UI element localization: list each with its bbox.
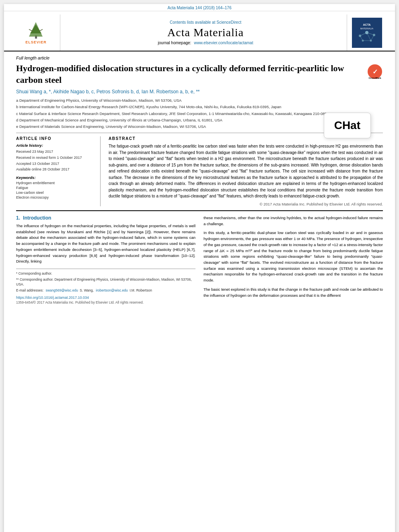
keyword-3: Low-carbon steel	[16, 191, 94, 195]
footnote-email: E-mail addresses: swang569@wisc.edu S. W…	[16, 288, 195, 293]
keyword-1: Hydrogen embrittlement	[16, 181, 94, 185]
chat-text: CHat	[334, 119, 360, 131]
doi-line[interactable]: https://doi.org/10.1016/j.actamat.2017.1…	[16, 296, 195, 300]
chat-overlay[interactable]: CHat	[324, 113, 371, 138]
journal-center-header: Contents lists available at ScienceDirec…	[64, 14, 347, 51]
intro-section-title: 1. Introduction	[16, 215, 195, 221]
email1[interactable]: swang569@wisc.edu	[45, 288, 78, 292]
footnotes: * Corresponding author. ** Corresponding…	[16, 269, 195, 293]
page: Acta Materialia 144 (2018) 164–176 ELSEV…	[4, 4, 395, 532]
science-direct-text: Contents lists available at ScienceDirec…	[170, 20, 241, 25]
available-date: Available online 28 October 2017	[16, 167, 94, 172]
affiliation-a: a Department of Engineering Physics, Uni…	[16, 98, 383, 103]
acta-logo-right: ACTA MATERIALIA	[347, 14, 383, 51]
email-label: E-mail addresses:	[16, 288, 43, 292]
acta-logo-box: ACTA MATERIALIA	[352, 18, 382, 48]
keyword-2: Fatigue	[16, 186, 94, 190]
accepted-date: Accepted 13 October 2017	[16, 161, 94, 166]
elsevier-logo: ELSEVIER	[16, 14, 60, 51]
sciencedirect-link[interactable]: Contents lists available at ScienceDirec…	[170, 20, 241, 25]
article-title-text: Hydrogen-modified dislocation structures…	[16, 63, 367, 86]
journal-volume-line: Acta Materialia 144 (2018) 164–176	[4, 4, 395, 11]
keywords-label: Keywords:	[16, 175, 94, 180]
affiliation-b: b International Institute for Carbon-Neu…	[16, 104, 383, 110]
elsevier-brand-text: ELSEVIER	[25, 40, 47, 44]
journal-header: ELSEVIER Contents lists available at Sci…	[4, 11, 395, 51]
info-abstract-section: Article Info Article history: Received 2…	[16, 136, 383, 206]
svg-marker-2	[30, 25, 41, 33]
volume-info: Acta Materialia 144 (2018) 164–176	[168, 6, 232, 10]
svg-text:ACTA: ACTA	[363, 23, 371, 26]
intro-paragraph-2: these mechanisms, other than the one inv…	[204, 215, 383, 227]
article-info-column: Article Info Article history: Received 2…	[16, 136, 101, 206]
elsevier-tree-icon	[25, 21, 47, 39]
email2[interactable]: irobertson@wisc.edu	[96, 288, 128, 292]
authors-text: Shuai Wang a, *, Akihide Nagao b, c, Pet…	[16, 89, 200, 94]
journal-homepage-line: journal homepage: www.elsevier.com/locat…	[158, 41, 253, 45]
main-col-left: 1. Introduction The influence of hydroge…	[16, 215, 195, 304]
authors-line: Shuai Wang a, *, Akihide Nagao b, c, Pet…	[16, 89, 383, 94]
footnote-star2: ** Corresponding author. Department of E…	[16, 277, 195, 287]
svg-text:CrossMark: CrossMark	[368, 77, 381, 79]
intro-paragraph-4: The basic tenet explored in this study i…	[204, 287, 383, 298]
email1-name: S. Wang	[80, 288, 93, 292]
copyright-line: © 2017 Acta Materialia Inc. Published by…	[109, 202, 383, 206]
journal-title: Acta Materialia	[167, 26, 244, 39]
revised-date: Received in revised form 1 October 2017	[16, 155, 94, 160]
history-label: Article history:	[16, 143, 94, 148]
main-col-right: these mechanisms, other than the one inv…	[204, 215, 383, 304]
section-title-text: Introduction	[23, 215, 51, 221]
doi-url[interactable]: https://doi.org/10.1016/j.actamat.2017.1…	[16, 296, 89, 300]
article-body: Full length article Hydrogen-modified di…	[4, 51, 395, 312]
footnote-star: * Corresponding author.	[16, 271, 195, 276]
main-divider	[16, 210, 383, 211]
svg-text:✓: ✓	[372, 68, 378, 75]
email2-name: I.M. Robertson	[130, 288, 152, 292]
intro-paragraph-3: In this study, a ferritic-pearlitic dual…	[204, 230, 383, 283]
acta-logo-svg: ACTA MATERIALIA	[354, 20, 380, 46]
main-content: 1. Introduction The influence of hydroge…	[16, 215, 383, 304]
issn-line: 1359-6454/© 2017 Acta Materialia Inc. Pu…	[16, 300, 195, 304]
article-info-header: Article Info	[16, 136, 94, 141]
crossmark-icon[interactable]: ✓ CrossMark	[367, 64, 383, 80]
homepage-url[interactable]: www.elsevier.com/locate/actamat	[194, 41, 253, 45]
received-date: Received 23 May 2017	[16, 149, 94, 154]
keyword-4: Electron microscopy	[16, 195, 94, 199]
abstract-text: The fatigue-crack growth rate of a ferri…	[109, 143, 383, 199]
article-type: Full length article	[16, 55, 383, 60]
abstract-column: ABSTRACT The fatigue-crack growth rate o…	[109, 136, 383, 206]
intro-paragraph-1: The influence of hydrogen on the mechani…	[16, 223, 195, 265]
section-number: 1.	[16, 215, 20, 221]
article-title-row: Hydrogen-modified dislocation structures…	[16, 63, 383, 86]
svg-text:MATERIALIA: MATERIALIA	[360, 27, 374, 30]
homepage-label: journal homepage:	[158, 41, 191, 45]
